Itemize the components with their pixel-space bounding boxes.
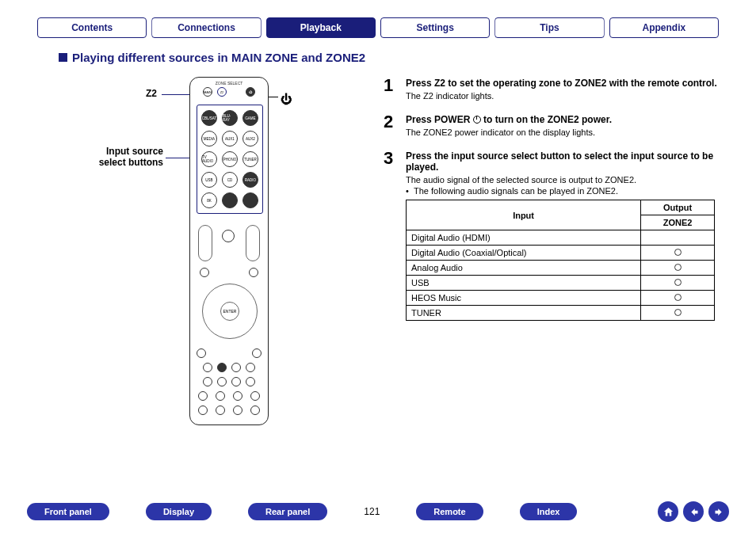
- section-heading: Playing different sources in MAIN ZONE a…: [59, 51, 729, 64]
- tab-connections[interactable]: Connections: [151, 17, 261, 38]
- callout-z2: Z2: [146, 88, 157, 99]
- link-front-panel[interactable]: Front panel: [27, 503, 109, 520]
- step-1: 1 Press Z2 to set the operating zone to …: [384, 75, 729, 102]
- step-2: 2 Press POWER to turn on the ZONE2 power…: [384, 112, 729, 139]
- src-btn: [242, 192, 258, 208]
- link-display[interactable]: Display: [146, 503, 212, 520]
- src-btn: RADIO: [242, 172, 258, 188]
- table-row: HEOS Music: [407, 291, 715, 306]
- tab-contents[interactable]: Contents: [37, 17, 147, 38]
- step-title: Press Z2 to set the operating zone to ZO…: [406, 78, 729, 89]
- cell-zone2: [641, 230, 715, 246]
- bottom-nav: Front panel Display Rear panel 121 Remot…: [27, 501, 729, 522]
- cell-input: Digital Audio (HDMI): [407, 230, 641, 246]
- home-icon: [662, 506, 674, 518]
- cell-zone2: [641, 306, 715, 321]
- step-desc: The ZONE2 power indicator on the display…: [406, 128, 729, 137]
- manual-page: Contents Connections Playback Settings T…: [0, 0, 756, 533]
- src-btn: TV AUDIO: [201, 151, 217, 167]
- cell-input: USB: [407, 276, 641, 291]
- table-row: Digital Audio (Coaxial/Optical): [407, 246, 715, 261]
- remote-btn-misc: [200, 268, 209, 277]
- arrow-right-icon: [713, 506, 725, 518]
- src-btn: TUNER: [242, 151, 258, 167]
- table-body: Digital Audio (HDMI)Digital Audio (Coaxi…: [407, 230, 715, 321]
- table-row: TUNER: [407, 306, 715, 321]
- tab-settings[interactable]: Settings: [380, 17, 490, 38]
- step-3: 3 Press the input source select button t…: [384, 148, 729, 321]
- supported-icon: [674, 249, 682, 256]
- zone-select-label: ZONE SELECT: [190, 81, 268, 86]
- src-btn: MEDIA: [201, 131, 217, 147]
- remote-btn-misc: [222, 230, 235, 242]
- supported-icon: [674, 264, 682, 271]
- callout-input-sources: Input source select buttons: [76, 146, 163, 168]
- src-btn: [222, 192, 238, 208]
- src-btn: 8K: [201, 192, 217, 208]
- content-body: Z2 Input source select buttons ⏻ ZONE SE…: [27, 67, 729, 459]
- supported-icon: [674, 294, 682, 301]
- tab-appendix[interactable]: Appendix: [609, 17, 719, 38]
- link-remote[interactable]: Remote: [416, 503, 483, 520]
- cell-input: TUNER: [407, 306, 641, 321]
- cell-input: Analog Audio: [407, 261, 641, 276]
- power-icon: [473, 116, 481, 124]
- th-zone2: ZONE2: [641, 215, 715, 230]
- input-source-highlight: CBL/SAT BLU-RAY GAME MEDIA AUX1 AUX2 TV …: [197, 105, 263, 214]
- step-desc: The Z2 indicator lights.: [406, 91, 729, 101]
- src-btn: CD: [222, 172, 238, 188]
- zone2-signal-table: Input Output ZONE2 Digital Audio (HDMI)D…: [406, 200, 715, 321]
- cell-zone2: [641, 261, 715, 276]
- th-input: Input: [407, 200, 641, 230]
- cell-zone2: [641, 246, 715, 261]
- step-title: Press the input source select button to …: [406, 150, 729, 173]
- src-btn: CBL/SAT: [201, 110, 217, 126]
- link-rear-panel[interactable]: Rear panel: [248, 503, 327, 520]
- table-row: Digital Audio (HDMI): [407, 230, 715, 246]
- cell-input: HEOS Music: [407, 291, 641, 306]
- home-button[interactable]: [658, 501, 678, 522]
- link-index[interactable]: Index: [520, 503, 578, 520]
- remote-btn-z2: Z2: [217, 87, 227, 97]
- remote-btn-main: MAIN: [203, 87, 212, 97]
- step-title: Press POWER to turn on the ZONE2 power.: [406, 114, 729, 125]
- square-bullet-icon: [59, 53, 67, 62]
- src-btn: PHONO: [222, 151, 238, 167]
- table-row: Analog Audio: [407, 261, 715, 276]
- supported-icon: [674, 279, 682, 286]
- cell-zone2: [641, 291, 715, 306]
- remote-btn-misc: [249, 268, 258, 277]
- src-btn: GAME: [242, 110, 258, 126]
- step-bullet: The following audio signals can be playe…: [406, 186, 729, 196]
- prev-page-button[interactable]: [683, 501, 704, 522]
- cell-input: Digital Audio (Coaxial/Optical): [407, 246, 641, 261]
- input-source-grid: CBL/SAT BLU-RAY GAME MEDIA AUX1 AUX2 TV …: [197, 105, 262, 213]
- remote-dpad: ENTER: [202, 284, 258, 339]
- th-output: Output: [641, 200, 715, 215]
- next-page-button[interactable]: [708, 501, 729, 522]
- src-btn: USB: [201, 172, 217, 188]
- page-number: 121: [364, 506, 380, 517]
- src-btn: AUX1: [222, 131, 238, 147]
- step-number: 2: [384, 112, 406, 139]
- tab-tips[interactable]: Tips: [494, 17, 604, 38]
- remote-outline: ZONE SELECT MAIN Z2 ⏻ CBL/SAT BLU-RAY GA…: [189, 77, 269, 425]
- remote-btn-enter: ENTER: [220, 302, 239, 321]
- remote-btn-power: ⏻: [246, 87, 255, 97]
- remote-illustration-panel: Z2 Input source select buttons ⏻ ZONE SE…: [27, 70, 376, 459]
- src-btn: BLU-RAY: [222, 110, 238, 126]
- power-icon: ⏻: [281, 93, 292, 105]
- supported-icon: [674, 309, 682, 316]
- instructions-panel: 1 Press Z2 to set the operating zone to …: [384, 70, 729, 459]
- section-heading-text: Playing different sources in MAIN ZONE a…: [72, 51, 365, 64]
- step-desc: The audio signal of the selected source …: [406, 175, 729, 185]
- tab-playback[interactable]: Playback: [266, 17, 376, 38]
- arrow-left-icon: [688, 506, 700, 518]
- step-number: 1: [384, 75, 406, 102]
- cell-zone2: [641, 276, 715, 291]
- src-btn: AUX2: [242, 131, 258, 147]
- table-row: USB: [407, 276, 715, 291]
- step-number: 3: [384, 148, 406, 321]
- top-tabs: Contents Connections Playback Settings T…: [27, 17, 729, 43]
